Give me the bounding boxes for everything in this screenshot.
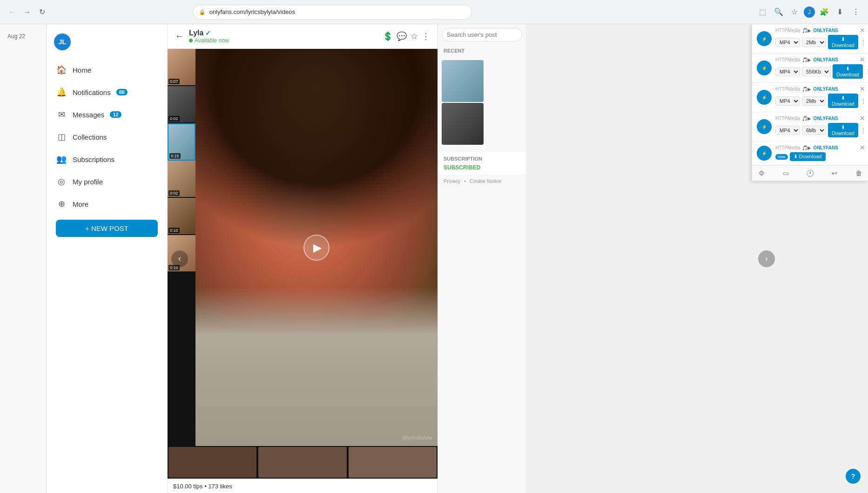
dl-format-select[interactable]: MP4 (775, 67, 800, 76)
download-button[interactable]: ⬇ (834, 6, 847, 19)
play-button[interactable]: ▶ (303, 235, 330, 261)
dl-download-button[interactable]: ⬇ Download (828, 35, 858, 49)
online-dot (189, 39, 193, 42)
sidebar-item-collections[interactable]: ◫ Collections (50, 127, 163, 147)
recent-thumbnails (438, 56, 526, 149)
dl-close-button[interactable]: ✕ (860, 115, 865, 122)
thumb-duration: 0:10 (168, 228, 180, 233)
collections-icon: ◫ (56, 131, 67, 142)
dl-controls: MP4 2Mb ⬇ Download ⋮ (775, 35, 863, 49)
user-info: Lyla ✓ Available now (189, 29, 229, 44)
dl-size-select[interactable]: 556Kb (802, 67, 831, 76)
zoom-button[interactable]: 🔍 (772, 6, 785, 19)
reload-button[interactable]: ↻ (35, 6, 48, 19)
dl-close-button[interactable]: ✕ (860, 144, 865, 151)
more-actions-button[interactable]: ⋮ (422, 31, 430, 41)
recent-thumb-item[interactable] (442, 103, 484, 145)
httpmedia-logo: ⚡ (757, 31, 772, 46)
date-bar: Aug 22 (0, 24, 47, 493)
httpmedia-logo: ⚡ (757, 119, 772, 134)
menu-button[interactable]: ⋮ (849, 6, 862, 19)
back-button[interactable]: ← (6, 6, 19, 19)
avatar-initials: JL (59, 38, 66, 46)
dl-size-select[interactable]: 2Mb (802, 96, 826, 106)
profile-button[interactable]: J (804, 7, 815, 18)
dl-more-button[interactable]: ⋮ (865, 68, 868, 75)
toggle-icon[interactable]: ▭ (781, 169, 790, 178)
dl-close-button[interactable]: ✕ (860, 27, 865, 34)
search-input[interactable] (442, 28, 522, 41)
sidebar-item-label: Notifications (73, 88, 111, 96)
address-bar[interactable]: 🔒 onlyfans.com/lyricsbylyla/videos (193, 5, 472, 20)
delete-icon[interactable]: 🗑 (854, 169, 863, 178)
cast-button[interactable]: ⬚ (756, 6, 769, 19)
video-content[interactable]: ▶ @lyricsbylyla (195, 49, 437, 446)
dl-size-select[interactable]: 2Mb (802, 38, 826, 47)
dl-info: HTTPMedia 🎵▶ ONLYFANS MP4 556Kb ⬇ Downlo… (775, 57, 863, 79)
httpmedia-logo: ⚡ (757, 90, 772, 105)
play-icon: ▶ (313, 241, 322, 254)
dl-download-button[interactable]: ⬇ Download (828, 94, 858, 108)
dl-format-select[interactable]: MP4 (775, 38, 800, 47)
forward-button[interactable]: → (20, 6, 34, 19)
recent-label: RECENT (438, 45, 526, 56)
tip-button[interactable]: 💲 (383, 31, 393, 41)
dl-controls: MP4 556Kb ⬇ Download ⋮ (775, 64, 863, 79)
dl-size-select[interactable]: 6Mb (802, 126, 826, 135)
avatar: JL (54, 34, 71, 50)
clock-icon[interactable]: 🕐 (806, 169, 815, 178)
dl-platform: ONLYFANS (813, 87, 838, 92)
right-panel: RECENT SUBSCRIPTION SUBSCRIBED Privacy •… (437, 24, 526, 493)
subscription-status: SUBSCRIBED (444, 164, 520, 171)
thumbnail-item[interactable]: 0:02 (168, 86, 195, 123)
subscription-title: SUBSCRIPTION (444, 156, 520, 162)
thumbnail-item-active[interactable]: 0:15 (168, 123, 195, 161)
new-post-button[interactable]: + NEW POST (56, 220, 158, 237)
video-back-button[interactable]: ← (175, 32, 183, 41)
dl-format-select[interactable]: MP4 (775, 96, 800, 106)
dl-download-button[interactable]: ⬇ Download (833, 64, 863, 79)
dl-more-button[interactable]: ⋮ (860, 127, 867, 134)
sidebar-item-more[interactable]: ⊕ More (50, 194, 163, 214)
bottom-thumb[interactable] (168, 447, 256, 478)
browser-nav: ← → ↻ (6, 6, 48, 19)
dl-format-select[interactable]: MP4 (775, 126, 800, 135)
dl-info: HTTPMedia 🎵▶ ONLYFANS MP4 6Mb ⬇ Download… (775, 116, 863, 137)
bookmark-button[interactable]: ☆ (788, 6, 801, 19)
dl-close-button[interactable]: ✕ (860, 86, 865, 92)
dl-download-button[interactable]: ⬇ Download (828, 123, 858, 137)
nav-prev-button[interactable]: ‹ (171, 250, 188, 267)
nav-next-button[interactable]: › (758, 250, 775, 267)
bottom-thumb[interactable] (258, 447, 346, 478)
sidebar-item-notifications[interactable]: 🔔 Notifications 88 (50, 82, 163, 102)
thumbnail-item[interactable]: 0:02 (168, 161, 195, 198)
dl-more-button[interactable]: ⋮ (860, 39, 867, 46)
thumbnail-item[interactable]: 0:10 (168, 198, 195, 235)
extensions-button[interactable]: 🧩 (818, 6, 831, 19)
bottom-thumbnails (168, 446, 437, 479)
verified-icon: ✓ (205, 29, 211, 37)
dl-more-button[interactable]: ⋮ (860, 97, 867, 105)
star-button[interactable]: ☆ (410, 31, 418, 41)
thumbnail-item[interactable]: 0:07 (168, 49, 195, 86)
privacy-link[interactable]: Privacy (444, 178, 460, 184)
tips-likes-text: $10.00 tips • 173 likes (173, 483, 232, 490)
sidebar-item-myprofile[interactable]: ◎ My profile (50, 171, 163, 192)
dl-close-button[interactable]: ✕ (860, 56, 865, 63)
dl-controls: new ⬇ Download (775, 152, 863, 161)
bottom-thumb[interactable] (349, 447, 437, 478)
subscription-section: SUBSCRIPTION SUBSCRIBED (438, 152, 526, 175)
dl-source-label: HTTPMedia (775, 28, 800, 33)
cookie-notice-link[interactable]: Cookie Notice (470, 178, 501, 184)
sidebar-item-label: Home (73, 66, 91, 74)
message-action-button[interactable]: 💬 (397, 31, 407, 41)
sidebar-item-messages[interactable]: ✉ Messages 12 (50, 104, 163, 125)
help-button[interactable]: ? (846, 469, 861, 484)
thumbnail-strip: 0:07 0:02 0:15 0:02 0:10 0:10 (168, 49, 195, 446)
sidebar-item-subscriptions[interactable]: 👥 Subscriptions (50, 149, 163, 169)
recent-thumb-item[interactable] (442, 60, 484, 102)
dl-download-button[interactable]: ⬇ Download (790, 152, 826, 161)
history-icon[interactable]: ↩ (830, 169, 839, 178)
sidebar-item-home[interactable]: 🏠 Home (50, 60, 163, 80)
settings-icon[interactable]: ⚙ (757, 169, 766, 178)
